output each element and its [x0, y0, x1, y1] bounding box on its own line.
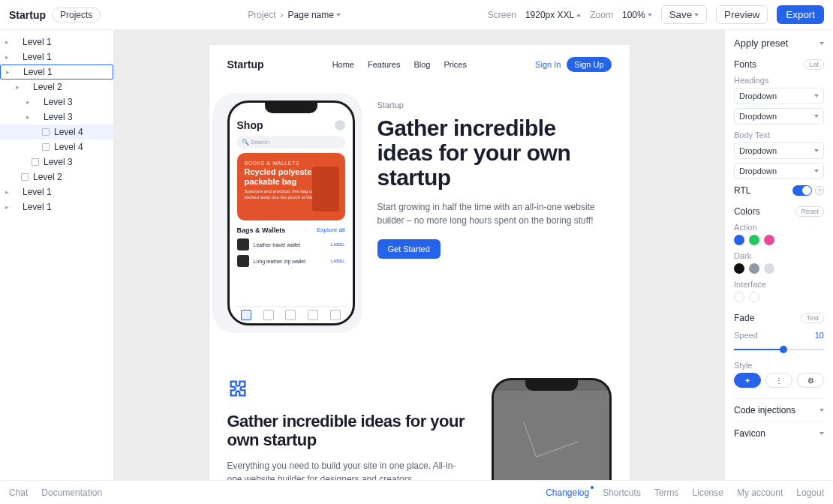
- logout-link[interactable]: Logout: [796, 488, 824, 498]
- color-swatch[interactable]: [734, 263, 744, 274]
- hero-title: Gather incredible ideas for your own sta…: [377, 116, 612, 190]
- action-label: Action: [734, 223, 824, 232]
- tree-item[interactable]: Level 4: [0, 124, 113, 140]
- zoom-label: Zoom: [590, 10, 613, 20]
- interface-swatch[interactable]: [749, 292, 759, 302]
- tree-item[interactable]: ▸Level 1: [0, 64, 113, 80]
- colors-reset-button[interactable]: Reset: [795, 206, 824, 217]
- bodytext-label: Body Text: [734, 130, 824, 140]
- screen-label: Screen: [488, 10, 516, 20]
- tree-item[interactable]: ▸Level 1: [0, 200, 113, 214]
- tree-item[interactable]: Level 2: [0, 170, 113, 184]
- color-swatch[interactable]: [749, 235, 759, 245]
- hero-body: Start growing in half the time with an a…: [377, 200, 612, 227]
- section2-title: Gather incredible ideas for your own sta…: [227, 412, 469, 450]
- speed-slider[interactable]: [734, 344, 824, 355]
- dark-label: Dark: [734, 251, 824, 260]
- nav-blog[interactable]: Blog: [413, 60, 430, 69]
- tree-item[interactable]: ▸Level 2: [0, 80, 113, 94]
- interface-label: Interface: [734, 280, 824, 289]
- hero-phone-mockup: Shop 🔍 Search BOOKS & WALLETS Rcycled po…: [227, 100, 355, 326]
- export-button[interactable]: Export: [777, 5, 824, 24]
- style-label: Style: [734, 361, 824, 370]
- headings-font-dropdown[interactable]: Dropdown: [734, 88, 824, 104]
- my-account-link[interactable]: My account: [737, 488, 783, 498]
- site-nav: Home Features Blog Prices: [264, 60, 536, 69]
- screen-value[interactable]: 1920px XXL: [525, 10, 581, 20]
- signin-link[interactable]: Sign In: [535, 60, 561, 69]
- documentation-link[interactable]: Documentation: [41, 488, 102, 498]
- tree-item[interactable]: Level 4: [0, 140, 113, 154]
- nav-features[interactable]: Features: [368, 60, 400, 69]
- style-option-3[interactable]: ⚙: [797, 373, 824, 388]
- rtl-help-icon[interactable]: ?: [815, 186, 824, 195]
- preview-button[interactable]: Preview: [716, 5, 768, 24]
- breadcrumb-root[interactable]: Project: [248, 10, 275, 20]
- site-logo: Startup: [227, 58, 264, 70]
- speed-value: 10: [815, 331, 824, 340]
- section2-phone-mockup: Sky WalkerFollow 120Posts 30,6kFollowers…: [492, 378, 612, 480]
- nav-home[interactable]: Home: [332, 60, 354, 69]
- code-injections[interactable]: Code injections: [734, 398, 824, 422]
- shop-title: Shop: [237, 119, 263, 131]
- canvas[interactable]: Startup Home Features Blog Prices Sign I…: [114, 30, 724, 480]
- color-swatch[interactable]: [764, 263, 774, 274]
- fonts-lat-button[interactable]: Lat: [804, 59, 824, 70]
- save-button[interactable]: Save: [661, 5, 707, 24]
- zoom-value[interactable]: 100%: [622, 10, 652, 20]
- avatar-icon: [335, 120, 345, 130]
- license-link[interactable]: License: [693, 488, 723, 498]
- terms-link[interactable]: Terms: [654, 488, 679, 498]
- featured-card: BOOKS & WALLETS Rcycled polyester soft p…: [237, 153, 345, 220]
- hero-cta-button[interactable]: Get Started: [377, 239, 441, 259]
- hero-eyebrow: Startup: [377, 100, 612, 110]
- shortcuts-link[interactable]: Shortcuts: [603, 488, 641, 498]
- puzzle-icon: [227, 378, 248, 399]
- fade-test-button[interactable]: Test: [801, 313, 824, 323]
- signup-button[interactable]: Sign Up: [567, 57, 611, 72]
- breadcrumb: Project › Page name: [101, 10, 487, 20]
- topbar: Startup Projects Project › Page name Scr…: [0, 0, 833, 30]
- body-weight-dropdown[interactable]: Dropdown: [734, 163, 824, 179]
- color-swatch[interactable]: [734, 235, 744, 245]
- headings-weight-dropdown[interactable]: Dropdown: [734, 108, 824, 124]
- bottombar: Chat Documentation Changelog Shortcuts T…: [0, 480, 833, 504]
- changelog-link[interactable]: Changelog: [546, 488, 589, 498]
- interface-swatch[interactable]: [734, 292, 744, 302]
- fade-heading: Fade: [734, 313, 754, 323]
- headings-label: Headings: [734, 76, 824, 85]
- apply-preset[interactable]: Apply preset: [734, 38, 824, 49]
- tree-item[interactable]: Level 3: [0, 154, 113, 170]
- projects-button[interactable]: Projects: [52, 8, 101, 22]
- breadcrumb-page[interactable]: Page name: [288, 10, 341, 20]
- tree-item[interactable]: ▸Level 1: [0, 34, 113, 50]
- tree-item[interactable]: ▸Level 3: [0, 110, 113, 124]
- chat-link[interactable]: Chat: [9, 488, 28, 498]
- style-option-2[interactable]: ⋮: [765, 373, 792, 388]
- tree-item[interactable]: ▸Level 1: [0, 184, 113, 200]
- nav-prices[interactable]: Prices: [444, 60, 467, 69]
- inspector-panel: Apply preset FontsLat Headings Dropdown …: [724, 30, 833, 480]
- colors-heading: Colors: [734, 206, 760, 217]
- layer-tree: ▸Level 1▸Level 1▸Level 1▸Level 2▸Level 3…: [0, 30, 114, 480]
- artboard[interactable]: Startup Home Features Blog Prices Sign I…: [209, 45, 630, 480]
- brand-logo: Startup: [9, 9, 46, 21]
- favicon[interactable]: Favicon: [734, 422, 824, 445]
- color-swatch[interactable]: [764, 235, 774, 245]
- speed-label: Speed: [734, 331, 758, 340]
- color-swatch[interactable]: [749, 263, 759, 274]
- tree-item[interactable]: ▸Level 3: [0, 94, 113, 110]
- section2-body: Everything you need to build your site i…: [227, 459, 469, 480]
- rtl-label: RTL: [734, 185, 750, 196]
- tree-item[interactable]: ▸Level 1: [0, 50, 113, 64]
- fonts-heading: Fonts: [734, 59, 756, 70]
- body-font-dropdown[interactable]: Dropdown: [734, 142, 824, 159]
- style-option-1[interactable]: ✦: [734, 373, 761, 388]
- rtl-toggle[interactable]: [792, 185, 812, 196]
- search-input: 🔍 Search: [237, 136, 345, 148]
